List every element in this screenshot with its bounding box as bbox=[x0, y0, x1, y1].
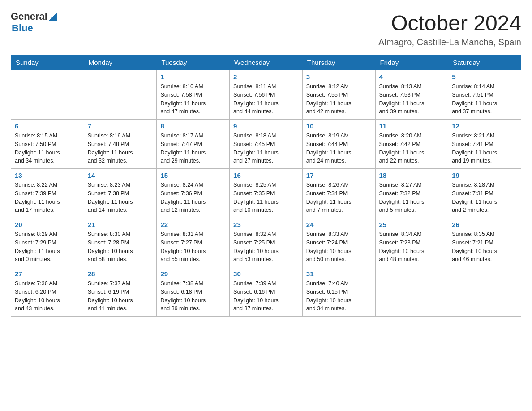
calendar-day-cell: 28Sunrise: 7:37 AM Sunset: 6:19 PM Dayli… bbox=[84, 267, 157, 317]
calendar-day-cell: 30Sunrise: 7:39 AM Sunset: 6:16 PM Dayli… bbox=[230, 267, 303, 317]
day-number: 22 bbox=[160, 221, 226, 228]
calendar-day-cell: 9Sunrise: 8:18 AM Sunset: 7:45 PM Daylig… bbox=[230, 120, 303, 169]
day-number: 17 bbox=[306, 171, 372, 179]
calendar-week-row: 13Sunrise: 8:22 AM Sunset: 7:39 PM Dayli… bbox=[11, 169, 521, 218]
day-info: Sunrise: 8:33 AM Sunset: 7:24 PM Dayligh… bbox=[306, 230, 372, 264]
calendar-day-cell: 15Sunrise: 8:24 AM Sunset: 7:36 PM Dayli… bbox=[157, 169, 230, 218]
day-number: 27 bbox=[15, 270, 80, 278]
logo-arrow-icon bbox=[48, 12, 57, 21]
day-info: Sunrise: 8:18 AM Sunset: 7:45 PM Dayligh… bbox=[233, 132, 299, 165]
weekday-header-cell: Monday bbox=[84, 55, 157, 70]
day-info: Sunrise: 8:10 AM Sunset: 7:58 PM Dayligh… bbox=[160, 82, 226, 116]
day-number: 16 bbox=[233, 171, 299, 179]
calendar-day-cell: 2Sunrise: 8:11 AM Sunset: 7:56 PM Daylig… bbox=[230, 70, 303, 120]
title-block: October 2024 Almagro, Castille-La Mancha… bbox=[378, 11, 521, 47]
logo-blue: Blue bbox=[12, 22, 57, 34]
day-number: 24 bbox=[306, 221, 372, 228]
day-number: 13 bbox=[15, 171, 80, 179]
day-info: Sunrise: 7:40 AM Sunset: 6:15 PM Dayligh… bbox=[306, 279, 372, 313]
day-number: 4 bbox=[379, 73, 445, 81]
calendar-day-cell: 29Sunrise: 7:38 AM Sunset: 6:18 PM Dayli… bbox=[157, 267, 230, 317]
day-info: Sunrise: 8:27 AM Sunset: 7:32 PM Dayligh… bbox=[379, 181, 445, 214]
day-number: 14 bbox=[88, 171, 153, 179]
day-info: Sunrise: 8:16 AM Sunset: 7:48 PM Dayligh… bbox=[88, 132, 153, 165]
day-info: Sunrise: 7:36 AM Sunset: 6:20 PM Dayligh… bbox=[15, 279, 80, 313]
day-info: Sunrise: 8:26 AM Sunset: 7:34 PM Dayligh… bbox=[306, 181, 372, 214]
calendar-day-cell: 23Sunrise: 8:32 AM Sunset: 7:25 PM Dayli… bbox=[230, 218, 303, 267]
calendar-day-cell: 27Sunrise: 7:36 AM Sunset: 6:20 PM Dayli… bbox=[11, 267, 84, 317]
day-info: Sunrise: 8:23 AM Sunset: 7:38 PM Dayligh… bbox=[88, 181, 153, 214]
day-info: Sunrise: 7:37 AM Sunset: 6:19 PM Dayligh… bbox=[88, 279, 153, 313]
day-info: Sunrise: 8:32 AM Sunset: 7:25 PM Dayligh… bbox=[233, 230, 299, 264]
weekday-header-cell: Friday bbox=[375, 55, 448, 70]
calendar-day-cell: 10Sunrise: 8:19 AM Sunset: 7:44 PM Dayli… bbox=[302, 120, 375, 169]
calendar-week-row: 20Sunrise: 8:29 AM Sunset: 7:29 PM Dayli… bbox=[11, 218, 521, 267]
calendar-day-cell: 22Sunrise: 8:31 AM Sunset: 7:27 PM Dayli… bbox=[157, 218, 230, 267]
day-info: Sunrise: 8:31 AM Sunset: 7:27 PM Dayligh… bbox=[160, 230, 226, 264]
day-info: Sunrise: 8:14 AM Sunset: 7:51 PM Dayligh… bbox=[452, 82, 517, 116]
calendar-day-cell bbox=[448, 267, 521, 317]
calendar-day-cell: 21Sunrise: 8:30 AM Sunset: 7:28 PM Dayli… bbox=[84, 218, 157, 267]
day-number: 8 bbox=[160, 122, 226, 130]
day-info: Sunrise: 8:17 AM Sunset: 7:47 PM Dayligh… bbox=[160, 132, 226, 165]
day-info: Sunrise: 8:20 AM Sunset: 7:42 PM Dayligh… bbox=[379, 132, 445, 165]
day-number: 3 bbox=[306, 73, 372, 81]
day-info: Sunrise: 8:24 AM Sunset: 7:36 PM Dayligh… bbox=[160, 181, 226, 214]
calendar-day-cell: 7Sunrise: 8:16 AM Sunset: 7:48 PM Daylig… bbox=[84, 120, 157, 169]
weekday-header-cell: Tuesday bbox=[157, 55, 230, 70]
weekday-header-cell: Wednesday bbox=[230, 55, 303, 70]
calendar-day-cell: 26Sunrise: 8:35 AM Sunset: 7:21 PM Dayli… bbox=[448, 218, 521, 267]
day-info: Sunrise: 8:19 AM Sunset: 7:44 PM Dayligh… bbox=[306, 132, 372, 165]
logo-general: General bbox=[11, 11, 47, 22]
calendar-day-cell bbox=[84, 70, 157, 120]
day-number: 28 bbox=[88, 270, 153, 278]
day-info: Sunrise: 8:30 AM Sunset: 7:28 PM Dayligh… bbox=[88, 230, 153, 264]
calendar-day-cell bbox=[11, 70, 84, 120]
day-info: Sunrise: 8:11 AM Sunset: 7:56 PM Dayligh… bbox=[233, 82, 299, 116]
day-info: Sunrise: 7:38 AM Sunset: 6:18 PM Dayligh… bbox=[160, 279, 226, 313]
day-info: Sunrise: 8:28 AM Sunset: 7:31 PM Dayligh… bbox=[452, 181, 517, 214]
calendar-day-cell: 11Sunrise: 8:20 AM Sunset: 7:42 PM Dayli… bbox=[375, 120, 448, 169]
day-number: 29 bbox=[160, 270, 226, 278]
day-number: 19 bbox=[452, 171, 517, 179]
month-title: October 2024 bbox=[378, 11, 521, 35]
calendar-day-cell: 13Sunrise: 8:22 AM Sunset: 7:39 PM Dayli… bbox=[11, 169, 84, 218]
svg-marker-0 bbox=[48, 12, 57, 21]
day-info: Sunrise: 8:21 AM Sunset: 7:41 PM Dayligh… bbox=[452, 132, 517, 165]
day-number: 6 bbox=[15, 122, 80, 130]
calendar-day-cell: 5Sunrise: 8:14 AM Sunset: 7:51 PM Daylig… bbox=[448, 70, 521, 120]
calendar-week-row: 6Sunrise: 8:15 AM Sunset: 7:50 PM Daylig… bbox=[11, 120, 521, 169]
calendar-day-cell: 12Sunrise: 8:21 AM Sunset: 7:41 PM Dayli… bbox=[448, 120, 521, 169]
day-number: 23 bbox=[233, 221, 299, 228]
day-number: 30 bbox=[233, 270, 299, 278]
day-info: Sunrise: 8:29 AM Sunset: 7:29 PM Dayligh… bbox=[15, 230, 80, 264]
day-number: 26 bbox=[452, 221, 517, 228]
page-header: General Blue October 2024 Almagro, Casti… bbox=[11, 11, 521, 47]
calendar-day-cell: 31Sunrise: 7:40 AM Sunset: 6:15 PM Dayli… bbox=[302, 267, 375, 317]
weekday-header-cell: Saturday bbox=[448, 55, 521, 70]
calendar-day-cell: 4Sunrise: 8:13 AM Sunset: 7:53 PM Daylig… bbox=[375, 70, 448, 120]
day-number: 7 bbox=[88, 122, 153, 130]
day-number: 31 bbox=[306, 270, 372, 278]
day-number: 21 bbox=[88, 221, 153, 228]
calendar-day-cell: 16Sunrise: 8:25 AM Sunset: 7:35 PM Dayli… bbox=[230, 169, 303, 218]
day-number: 1 bbox=[160, 73, 226, 81]
weekday-header-cell: Thursday bbox=[302, 55, 375, 70]
weekday-header-row: SundayMondayTuesdayWednesdayThursdayFrid… bbox=[11, 55, 521, 70]
calendar-day-cell: 1Sunrise: 8:10 AM Sunset: 7:58 PM Daylig… bbox=[157, 70, 230, 120]
day-info: Sunrise: 8:35 AM Sunset: 7:21 PM Dayligh… bbox=[452, 230, 517, 264]
location-title: Almagro, Castille-La Mancha, Spain bbox=[378, 37, 521, 47]
calendar-day-cell: 25Sunrise: 8:34 AM Sunset: 7:23 PM Dayli… bbox=[375, 218, 448, 267]
calendar-day-cell: 19Sunrise: 8:28 AM Sunset: 7:31 PM Dayli… bbox=[448, 169, 521, 218]
day-number: 10 bbox=[306, 122, 372, 130]
calendar-week-row: 1Sunrise: 8:10 AM Sunset: 7:58 PM Daylig… bbox=[11, 70, 521, 120]
calendar-day-cell: 6Sunrise: 8:15 AM Sunset: 7:50 PM Daylig… bbox=[11, 120, 84, 169]
day-info: Sunrise: 8:22 AM Sunset: 7:39 PM Dayligh… bbox=[15, 181, 80, 214]
calendar-day-cell: 24Sunrise: 8:33 AM Sunset: 7:24 PM Dayli… bbox=[302, 218, 375, 267]
calendar-day-cell: 8Sunrise: 8:17 AM Sunset: 7:47 PM Daylig… bbox=[157, 120, 230, 169]
day-number: 18 bbox=[379, 171, 445, 179]
calendar-day-cell bbox=[375, 267, 448, 317]
calendar-day-cell: 17Sunrise: 8:26 AM Sunset: 7:34 PM Dayli… bbox=[302, 169, 375, 218]
day-number: 2 bbox=[233, 73, 299, 81]
day-info: Sunrise: 8:12 AM Sunset: 7:55 PM Dayligh… bbox=[306, 82, 372, 116]
